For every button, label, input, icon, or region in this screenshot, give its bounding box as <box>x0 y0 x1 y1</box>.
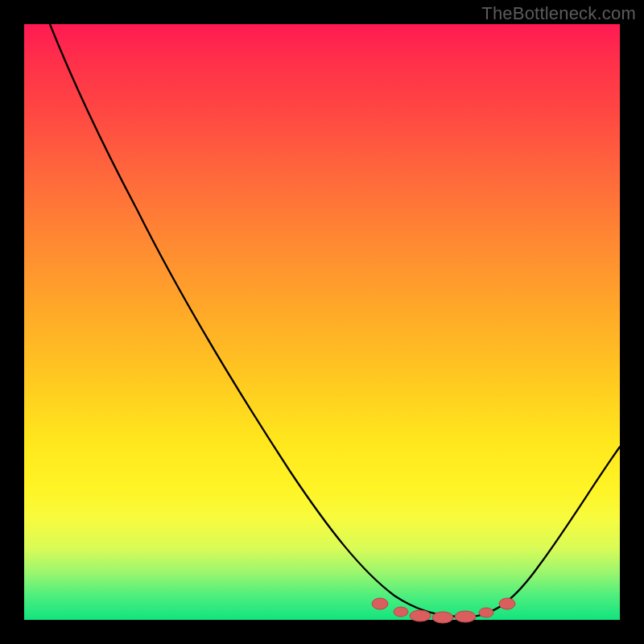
chart-stage: TheBottleneck.com <box>0 0 644 644</box>
marker-dot <box>479 608 493 617</box>
plot-area <box>24 24 620 620</box>
curve-path <box>50 24 620 617</box>
marker-dot <box>394 607 408 617</box>
marker-dot <box>410 610 431 621</box>
marker-dot <box>455 611 476 622</box>
marker-dot <box>432 612 453 623</box>
marker-dot <box>499 598 515 609</box>
marker-dot <box>372 598 388 609</box>
bottleneck-curve <box>24 24 620 620</box>
watermark-text: TheBottleneck.com <box>481 3 636 24</box>
